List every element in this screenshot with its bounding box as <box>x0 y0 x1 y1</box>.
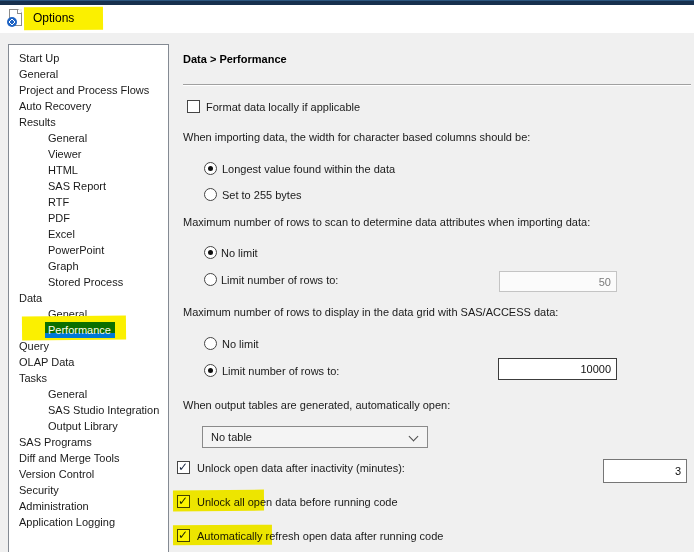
sidebar-item-stored-process[interactable]: Stored Process <box>9 274 168 290</box>
options-dialog-icon <box>9 9 22 26</box>
sidebar-item-powerpoint[interactable]: PowerPoint <box>9 242 168 258</box>
display-limit-radio[interactable] <box>204 364 217 377</box>
unlock-inactivity-label[interactable]: Unlock open data after inactivity (minut… <box>197 462 405 474</box>
sidebar-item-version-control[interactable]: Version Control <box>9 466 168 482</box>
auto-refresh-label[interactable]: Automatically refresh open data after ru… <box>197 530 443 542</box>
radio-dot-icon <box>7 17 17 27</box>
dialog-header: Options <box>0 5 694 33</box>
sidebar-item-sas-programs[interactable]: SAS Programs <box>9 434 168 450</box>
header-separator <box>183 84 691 86</box>
chevron-down-icon <box>409 432 419 442</box>
sidebar-item-graph[interactable]: Graph <box>9 258 168 274</box>
auto-open-selected-value: No table <box>211 431 252 443</box>
sidebar-item-sas-studio-integration[interactable]: SAS Studio Integration <box>9 402 168 418</box>
selected-tree-item[interactable]: Performance <box>45 322 115 338</box>
longest-value-radio[interactable] <box>204 162 217 175</box>
options-category-tree: Start Up General Project and Process Flo… <box>8 44 169 552</box>
sidebar-item-tasks[interactable]: Tasks <box>9 370 168 386</box>
sidebar-item-start-up[interactable]: Start Up <box>9 50 168 66</box>
sidebar-item-viewer[interactable]: Viewer <box>9 146 168 162</box>
sidebar-item-rtf[interactable]: RTF <box>9 194 168 210</box>
sidebar-item-results-general[interactable]: General <box>9 130 168 146</box>
sidebar-item-tasks-general[interactable]: General <box>9 386 168 402</box>
sidebar-item-administration[interactable]: Administration <box>9 498 168 514</box>
display-no-limit-label[interactable]: No limit <box>222 338 259 350</box>
display-no-limit-radio[interactable] <box>204 337 217 350</box>
unlock-before-run-checkbox[interactable] <box>177 495 190 508</box>
sidebar-item-excel[interactable]: Excel <box>9 226 168 242</box>
sidebar-item-auto-recovery[interactable]: Auto Recovery <box>9 98 168 114</box>
import-width-heading: When importing data, the width for chara… <box>183 131 530 143</box>
format-data-locally-label[interactable]: Format data locally if applicable <box>206 101 360 113</box>
scan-limit-radio[interactable] <box>204 273 217 286</box>
scan-no-limit-radio[interactable] <box>204 246 217 259</box>
display-rows-heading: Maximum number of rows to display in the… <box>183 306 558 318</box>
sidebar-item-results[interactable]: Results <box>9 114 168 130</box>
display-limit-label[interactable]: Limit number of rows to: <box>222 365 339 377</box>
unlock-inactivity-checkbox[interactable] <box>177 461 190 474</box>
unlock-before-run-label[interactable]: Unlock all open data before running code <box>197 496 398 508</box>
longest-value-label[interactable]: Longest value found within the data <box>222 163 395 175</box>
page-title: Data > Performance <box>183 53 287 65</box>
sidebar-item-sas-report[interactable]: SAS Report <box>9 178 168 194</box>
set-255-bytes-label[interactable]: Set to 255 bytes <box>222 189 302 201</box>
display-limit-value-input[interactable] <box>498 358 617 380</box>
set-255-bytes-radio[interactable] <box>204 188 217 201</box>
unlock-inactivity-minutes-input[interactable] <box>603 459 687 483</box>
auto-open-dropdown[interactable]: No table <box>202 426 428 448</box>
sidebar-item-project-and-process-flows[interactable]: Project and Process Flows <box>9 82 168 98</box>
sidebar-item-general[interactable]: General <box>9 66 168 82</box>
scan-rows-heading: Maximum number of rows to scan to determ… <box>183 216 590 228</box>
auto-refresh-checkbox[interactable] <box>177 529 190 542</box>
page-fold-icon <box>18 9 22 13</box>
sidebar-item-data[interactable]: Data <box>9 290 168 306</box>
scan-limit-value-input[interactable] <box>499 271 617 292</box>
sidebar-item-performance[interactable]: Performance <box>9 322 168 338</box>
format-data-locally-checkbox[interactable] <box>187 100 200 113</box>
dialog-title: Options <box>33 11 74 25</box>
scan-no-limit-label[interactable]: No limit <box>221 247 258 259</box>
sidebar-item-olap-data[interactable]: OLAP Data <box>9 354 168 370</box>
sidebar-item-security[interactable]: Security <box>9 482 168 498</box>
auto-open-heading: When output tables are generated, automa… <box>183 399 450 411</box>
sidebar-item-application-logging[interactable]: Application Logging <box>9 514 168 530</box>
sidebar-item-pdf[interactable]: PDF <box>9 210 168 226</box>
sidebar-item-html[interactable]: HTML <box>9 162 168 178</box>
sidebar-item-output-library[interactable]: Output Library <box>9 418 168 434</box>
sidebar-item-query[interactable]: Query <box>9 338 168 354</box>
sidebar-item-diff-and-merge-tools[interactable]: Diff and Merge Tools <box>9 450 168 466</box>
scan-limit-label[interactable]: Limit number of rows to: <box>221 274 338 286</box>
